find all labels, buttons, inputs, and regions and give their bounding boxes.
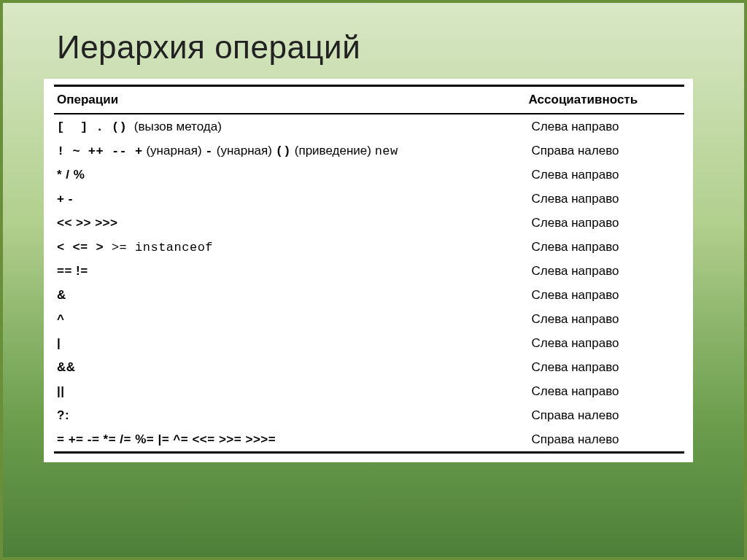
cell-assoc: Слева направо: [529, 163, 684, 187]
table-row: ! ~ ++ -- + (унарная) - (унарная) () (пр…: [54, 139, 684, 163]
table-row: ^ Слева направо: [54, 307, 684, 331]
cell-ops: &: [54, 283, 529, 307]
cell-assoc: Слева направо: [529, 114, 684, 139]
cell-ops: ?:: [54, 403, 529, 427]
cell-assoc: Слева направо: [529, 259, 684, 283]
cell-ops: ! ~ ++ -- + (унарная) - (унарная) () (пр…: [54, 139, 529, 163]
cell-assoc: Слева направо: [529, 235, 684, 259]
cell-assoc: Слева направо: [529, 307, 684, 331]
table-row: && Слева направо: [54, 355, 684, 379]
cell-ops: [ ] . () (вызов метода): [54, 114, 529, 139]
cell-ops: << >> >>>: [54, 211, 529, 235]
cell-ops: + -: [54, 187, 529, 211]
table-row: | Слева направо: [54, 331, 684, 355]
table-row: || Слева направо: [54, 379, 684, 403]
slide-frame: Иерархия операций Операции Ассоциативнос…: [0, 0, 747, 560]
header-associativity: Ассоциативность: [529, 86, 684, 114]
cell-assoc: Слева направо: [529, 211, 684, 235]
table-row: ?: Справа налево: [54, 403, 684, 427]
table-row: + - Слева направо: [54, 187, 684, 211]
table-panel: Операции Ассоциативность [ ] . () (вызов…: [44, 79, 693, 462]
cell-ops: ||: [54, 379, 529, 403]
header-operations: Операции: [54, 86, 529, 114]
cell-assoc: Справа налево: [529, 427, 684, 453]
cell-assoc: Слева направо: [529, 187, 684, 211]
table-row: << >> >>> Слева направо: [54, 211, 684, 235]
cell-assoc: Слева направо: [529, 331, 684, 355]
cell-assoc: Справа налево: [529, 139, 684, 163]
slide-title: Иерархия операций: [57, 29, 712, 66]
table-row: == != Слева направо: [54, 259, 684, 283]
cell-ops: = += -= *= /= %= |= ^= <<= >>= >>>=: [54, 427, 529, 453]
table-row: * / % Слева направо: [54, 163, 684, 187]
cell-assoc: Слева направо: [529, 355, 684, 379]
table-row: [ ] . () (вызов метода) Слева направо: [54, 114, 684, 139]
cell-ops: == !=: [54, 259, 529, 283]
cell-ops: * / %: [54, 163, 529, 187]
cell-assoc: Справа налево: [529, 403, 684, 427]
precedence-table: Операции Ассоциативность [ ] . () (вызов…: [54, 85, 684, 454]
cell-ops: < <= > >= instanceof: [54, 235, 529, 259]
cell-assoc: Слева направо: [529, 283, 684, 307]
table-row: < <= > >= instanceof Слева направо: [54, 235, 684, 259]
content-area: Иерархия операций Операции Ассоциативнос…: [44, 29, 712, 462]
table-row: = += -= *= /= %= |= ^= <<= >>= >>>= Спра…: [54, 427, 684, 453]
cell-ops: ^: [54, 307, 529, 331]
table-header-row: Операции Ассоциативность: [54, 86, 684, 114]
cell-assoc: Слева направо: [529, 379, 684, 403]
cell-ops: |: [54, 331, 529, 355]
cell-ops: &&: [54, 355, 529, 379]
table-row: & Слева направо: [54, 283, 684, 307]
